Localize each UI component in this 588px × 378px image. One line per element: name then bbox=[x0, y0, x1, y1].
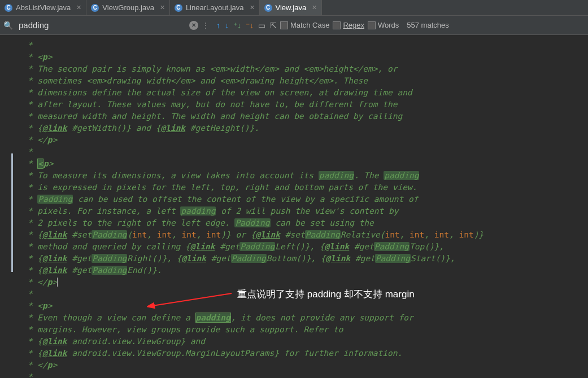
code-line: * 2 pixels to the right of the left edge… bbox=[23, 217, 588, 229]
close-icon[interactable]: ✕ bbox=[312, 4, 317, 11]
close-icon[interactable]: ✕ bbox=[160, 4, 165, 11]
code-line: * sometimes <em>drawing width</em> and <… bbox=[23, 75, 588, 87]
code-line: * method and queried by calling {@link #… bbox=[23, 241, 588, 253]
clear-icon[interactable]: ✕ bbox=[189, 21, 198, 30]
prev-match-icon[interactable]: ↑ bbox=[216, 21, 220, 30]
editor-tabs: C AbsListView.java ✕ C ViewGroup.java ✕ … bbox=[0, 0, 588, 16]
code-line: * bbox=[23, 371, 588, 378]
class-icon: C bbox=[175, 4, 182, 12]
annotation-text: 重点说明了支持 padding 却不支持 margin bbox=[237, 288, 415, 301]
code-editor[interactable]: * * <p> * The second pair is simply know… bbox=[0, 35, 588, 378]
code-line: * {@link android.view.ViewGroup} and bbox=[23, 336, 588, 348]
select-all-icon[interactable]: ▭ bbox=[258, 21, 265, 30]
code-line: * <p> bbox=[23, 158, 588, 170]
tab-label: AbsListView.java bbox=[16, 3, 71, 12]
find-toolbar: ↑ ↓ ⁺↓ ⁻↓ ▭ ⇱ bbox=[216, 21, 277, 30]
code-line: * is expressed in pixels for the left, t… bbox=[23, 182, 588, 194]
close-icon[interactable]: ✕ bbox=[250, 4, 255, 11]
tab-viewgroup[interactable]: C ViewGroup.java ✕ bbox=[86, 0, 170, 15]
code-line: * bbox=[23, 39, 588, 51]
code-line: * </p> bbox=[23, 359, 588, 371]
add-selection-icon[interactable]: ⁺↓ bbox=[233, 21, 241, 30]
code-line: * The second pair is simply known as <em… bbox=[23, 63, 588, 75]
close-icon[interactable]: ✕ bbox=[76, 4, 81, 11]
next-match-icon[interactable]: ↓ bbox=[225, 21, 229, 30]
match-case-toggle[interactable]: Match Case bbox=[280, 21, 329, 29]
tab-linearlayout[interactable]: C LinearLayout.java ✕ bbox=[170, 0, 260, 15]
code-line: * {@link #getPaddingRight()}, {@link #ge… bbox=[23, 253, 588, 265]
checkbox-icon bbox=[333, 21, 341, 29]
code-line: * Even though a view can define a paddin… bbox=[23, 312, 588, 324]
code-line: * </p> bbox=[23, 134, 588, 146]
code-line: * To measure its dimensions, a view take… bbox=[23, 170, 588, 182]
divider: ⋮ bbox=[202, 21, 210, 30]
code-line: * after layout. These values may, but do… bbox=[23, 99, 588, 111]
code-line: * {@link android.view.ViewGroup.MarginLa… bbox=[23, 348, 588, 359]
tab-label: View.java bbox=[276, 3, 307, 12]
code-line: * <p> bbox=[23, 300, 588, 312]
class-icon: C bbox=[264, 4, 272, 12]
code-line: * Padding can be used to offset the cont… bbox=[23, 194, 588, 205]
search-input[interactable] bbox=[16, 18, 186, 32]
export-icon[interactable]: ⇱ bbox=[270, 21, 277, 30]
code-line: * measured width and height. The width a… bbox=[23, 111, 588, 122]
class-icon: C bbox=[5, 4, 12, 12]
code-line: * </p> bbox=[23, 276, 588, 288]
tab-label: ViewGroup.java bbox=[102, 3, 154, 12]
search-icon: 🔍 bbox=[3, 21, 13, 30]
remove-selection-icon[interactable]: ⁻↓ bbox=[246, 21, 254, 30]
code-line: * {@link #getPaddingEnd()}. bbox=[23, 265, 588, 276]
class-icon: C bbox=[91, 4, 99, 12]
match-count: 557 matches bbox=[407, 21, 448, 29]
regex-toggle[interactable]: Regex bbox=[333, 21, 364, 29]
tab-view[interactable]: C View.java ✕ bbox=[260, 0, 323, 15]
code-line: * pixels. For instance, a left padding o… bbox=[23, 205, 588, 217]
tab-label: LinearLayout.java bbox=[186, 3, 244, 12]
words-toggle[interactable]: Words bbox=[368, 21, 399, 29]
tab-abslistview[interactable]: C AbsListView.java ✕ bbox=[0, 0, 86, 15]
code-line: * dimensions define the actual size of t… bbox=[23, 87, 588, 99]
code-line: * <p> bbox=[23, 51, 588, 63]
code-line: * margins. However, view groups provide … bbox=[23, 324, 588, 336]
checkbox-icon bbox=[368, 21, 376, 29]
find-bar: 🔍 ✕ ⋮ ↑ ↓ ⁺↓ ⁻↓ ▭ ⇱ Match Case Regex Wor… bbox=[0, 16, 588, 35]
checkbox-icon bbox=[280, 21, 288, 29]
change-marker bbox=[11, 153, 13, 272]
code-line: * {@link #setPadding(int, int, int, int)… bbox=[23, 229, 588, 241]
code-line: * {@link #getWidth()} and {@link #getHei… bbox=[23, 122, 588, 134]
code-line: * bbox=[23, 146, 588, 158]
